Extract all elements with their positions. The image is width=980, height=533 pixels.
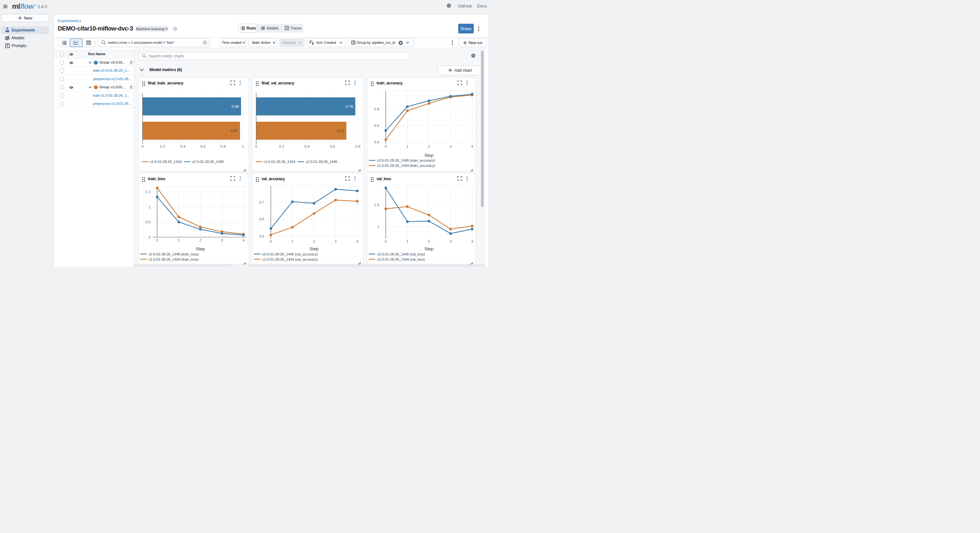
svg-text:0.97: 0.97 bbox=[231, 128, 238, 132]
svg-text:1: 1 bbox=[178, 238, 180, 242]
svg-text:0.6: 0.6 bbox=[374, 124, 379, 128]
svg-text:val_loss: val_loss bbox=[377, 176, 391, 181]
svg-text:4: 4 bbox=[356, 240, 358, 243]
svg-text:0: 0 bbox=[149, 235, 151, 239]
svg-text:v1.0-01-28-26_1434: v1.0-01-28-26_1434 bbox=[150, 160, 182, 163]
svg-text:2: 2 bbox=[428, 240, 430, 243]
svg-text:4: 4 bbox=[471, 240, 473, 243]
svg-text:4: 4 bbox=[243, 238, 245, 242]
svg-text:0.6: 0.6 bbox=[200, 144, 205, 148]
svg-text:v2.0-01-28-26_1445: v2.0-01-28-26_1445 bbox=[305, 160, 337, 163]
svg-text:3: 3 bbox=[449, 240, 451, 243]
svg-text:0.2: 0.2 bbox=[279, 144, 284, 148]
svg-text:final_train_accuracy: final_train_accuracy bbox=[148, 81, 184, 85]
svg-text:v2.0-01-28-26_1445 (val_loss): v2.0-01-28-26_1445 (val_loss) bbox=[377, 252, 425, 256]
svg-text:1.5: 1.5 bbox=[374, 203, 379, 207]
svg-text:train_accuracy: train_accuracy bbox=[377, 81, 402, 85]
svg-text:0.4: 0.4 bbox=[180, 144, 186, 148]
svg-text:0: 0 bbox=[385, 144, 387, 148]
svg-text:0.5: 0.5 bbox=[259, 234, 264, 238]
svg-text:v1.0-01-28-26_1434: v1.0-01-28-26_1434 bbox=[263, 160, 296, 163]
svg-text:v2.0-01-28-26_1445 (train_accu: v2.0-01-28-26_1445 (train_accuracy) bbox=[377, 159, 435, 162]
svg-text:1: 1 bbox=[406, 240, 408, 243]
svg-text:1: 1 bbox=[242, 144, 244, 148]
svg-text:3: 3 bbox=[334, 240, 336, 243]
svg-text:0.78: 0.78 bbox=[346, 104, 353, 108]
svg-text:1: 1 bbox=[149, 205, 151, 209]
svg-text:v1.0-01-28-26_1434 (train_accu: v1.0-01-28-26_1434 (train_accuracy) bbox=[377, 163, 435, 168]
svg-text:0: 0 bbox=[270, 240, 272, 243]
svg-text:4: 4 bbox=[471, 144, 473, 148]
svg-text:0.5: 0.5 bbox=[145, 220, 151, 224]
svg-text:0.8: 0.8 bbox=[355, 144, 360, 148]
svg-text:0.6: 0.6 bbox=[259, 217, 264, 221]
svg-text:0.71: 0.71 bbox=[337, 128, 344, 132]
svg-text:0.6: 0.6 bbox=[330, 144, 335, 148]
svg-text:v1.0-01-28-26_1434 (val_accura: v1.0-01-28-26_1434 (val_accuracy) bbox=[262, 257, 318, 261]
svg-text:2: 2 bbox=[428, 144, 430, 148]
svg-text:val_accuracy: val_accuracy bbox=[262, 176, 285, 181]
svg-text:0: 0 bbox=[255, 144, 257, 148]
svg-text:0.4: 0.4 bbox=[374, 140, 380, 144]
svg-text:1: 1 bbox=[291, 240, 293, 243]
svg-text:final_val_accuracy: final_val_accuracy bbox=[262, 81, 294, 85]
svg-text:v2.0-01-28-26_1445 (val_accura: v2.0-01-28-26_1445 (val_accuracy) bbox=[262, 252, 318, 256]
svg-text:v2.0-01-28-26_1445 (train_loss: v2.0-01-28-26_1445 (train_loss) bbox=[148, 252, 199, 256]
svg-text:1.5: 1.5 bbox=[145, 190, 151, 194]
svg-text:3: 3 bbox=[449, 144, 451, 148]
svg-text:3: 3 bbox=[221, 238, 223, 242]
svg-text:0.8: 0.8 bbox=[221, 144, 226, 148]
svg-text:v1.0-01-28-26_1434 (val_loss): v1.0-01-28-26_1434 (val_loss) bbox=[377, 257, 425, 261]
svg-text:Step: Step bbox=[196, 246, 205, 251]
svg-text:2: 2 bbox=[199, 238, 201, 242]
svg-text:0.7: 0.7 bbox=[259, 200, 264, 204]
svg-text:0.2: 0.2 bbox=[160, 144, 165, 148]
svg-text:0.4: 0.4 bbox=[305, 144, 310, 148]
svg-text:0: 0 bbox=[156, 238, 158, 242]
svg-text:Step: Step bbox=[309, 246, 318, 251]
svg-text:Step: Step bbox=[425, 246, 433, 251]
svg-text:2: 2 bbox=[313, 240, 315, 243]
svg-text:v2.0-01-28-26_1445: v2.0-01-28-26_1445 bbox=[192, 160, 224, 163]
svg-text:0: 0 bbox=[385, 240, 387, 243]
svg-text:Step: Step bbox=[425, 153, 433, 158]
svg-text:0.98: 0.98 bbox=[232, 104, 239, 108]
svg-text:1: 1 bbox=[406, 144, 408, 148]
svg-text:0.8: 0.8 bbox=[374, 107, 379, 111]
svg-text:0: 0 bbox=[142, 144, 143, 148]
svg-text:train_loss: train_loss bbox=[148, 176, 165, 181]
svg-text:v1.0-01-28-26_1434 (train_loss: v1.0-01-28-26_1434 (train_loss) bbox=[148, 257, 199, 261]
svg-text:1: 1 bbox=[377, 225, 379, 229]
